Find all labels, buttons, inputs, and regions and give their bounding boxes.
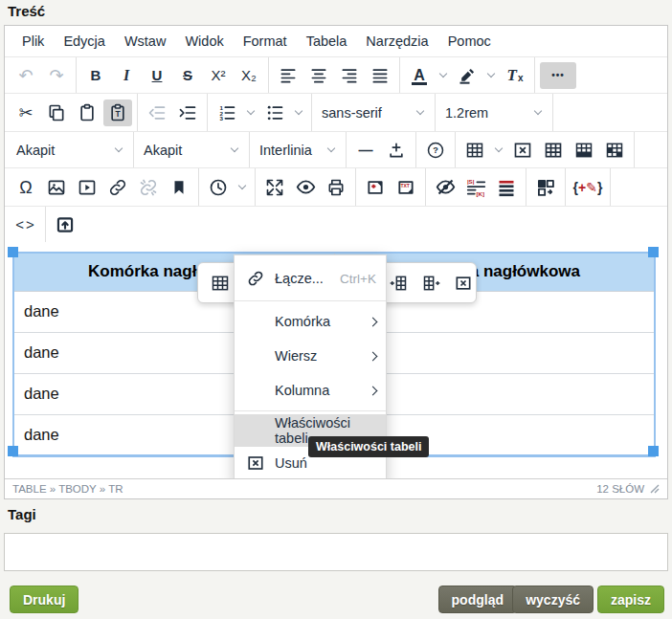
snippet-button[interactable]: {+✎} <box>571 174 605 201</box>
remove-link-button[interactable] <box>134 174 163 201</box>
cell-submenu-item[interactable]: Komórka <box>235 304 386 339</box>
menu-pomoc[interactable]: Pomoc <box>438 29 501 54</box>
menu-plik[interactable]: Plik <box>12 29 54 54</box>
menu-edycja[interactable]: Edycja <box>54 29 115 54</box>
italic-button[interactable]: I <box>112 62 141 89</box>
insert-datetime-button[interactable] <box>204 174 233 201</box>
clear-formatting-button[interactable]: Tx <box>501 62 529 89</box>
menu-narzedzia[interactable]: Narzędzia <box>356 29 437 54</box>
link-icon <box>244 267 267 290</box>
insert-link-button[interactable] <box>103 174 132 201</box>
text-color-button[interactable]: A <box>405 62 434 89</box>
highlight-color-button[interactable] <box>453 62 482 89</box>
chevron-down-icon <box>327 144 335 152</box>
insert-table-dropdown[interactable] <box>491 137 506 164</box>
more-toolbar-button[interactable]: ••• <box>540 62 576 89</box>
subscript-button[interactable]: X₂ <box>235 62 263 89</box>
link-menu-item[interactable]: Łącze... Ctrl+K <box>235 259 386 298</box>
line-height-select[interactable]: Interlinia <box>250 132 346 167</box>
table-menu-button[interactable] <box>206 270 235 297</box>
indent-button[interactable] <box>173 99 202 126</box>
fullscreen-button[interactable] <box>260 174 289 201</box>
copy-button[interactable] <box>42 99 71 126</box>
font-family-select[interactable]: sans-serif <box>312 94 435 131</box>
delete-column-button[interactable] <box>449 270 478 297</box>
cut-button[interactable]: ✂ <box>11 99 40 126</box>
font-family-value: sans-serif <box>322 105 382 121</box>
selection-handle-top-right[interactable] <box>648 247 659 257</box>
svg-text:T: T <box>115 109 120 119</box>
align-center-button[interactable] <box>304 62 333 89</box>
menu-format[interactable]: Format <box>234 29 297 54</box>
underline-button[interactable]: U <box>143 62 171 89</box>
template-plus-icon <box>366 178 385 197</box>
svg-text:|S|: |S| <box>466 178 474 185</box>
styled-lines-button[interactable] <box>492 174 521 201</box>
text-color-dropdown[interactable] <box>436 62 451 89</box>
import-content-button[interactable] <box>51 211 79 238</box>
selection-handle-bottom-left[interactable] <box>8 446 18 456</box>
insert-column-after-button[interactable] <box>417 270 446 297</box>
insert-template-button[interactable] <box>361 174 390 201</box>
delete-table-button[interactable] <box>508 137 537 164</box>
menu-tabela[interactable]: Tabela <box>297 29 357 54</box>
preview-button[interactable]: podgląd <box>438 586 517 613</box>
insert-image-button[interactable] <box>42 174 71 201</box>
paragraph-style-select[interactable]: Akapit <box>134 132 249 167</box>
column-submenu-item[interactable]: Kolumna <box>235 373 386 408</box>
selection-handle-bottom-right[interactable] <box>648 446 659 456</box>
preview-button-toolbar[interactable] <box>291 174 320 201</box>
align-justify-button[interactable] <box>366 62 394 89</box>
help-button[interactable]: ? <box>421 137 450 164</box>
txt-template-button[interactable]: TXT <box>392 174 420 201</box>
spoiler-block-button[interactable]: |S|[K] <box>461 174 490 201</box>
insert-datetime-dropdown[interactable] <box>235 174 250 201</box>
font-size-select[interactable]: 1.2rem <box>436 94 552 131</box>
block-format-select[interactable]: Akapit <box>7 132 133 167</box>
bullet-list-button[interactable] <box>260 99 289 126</box>
element-path-breadcrumb[interactable]: TABLE » TBODY » TR <box>12 483 123 495</box>
nonbreaking-space-button[interactable] <box>382 137 411 164</box>
highlighter-icon <box>458 66 477 85</box>
highlight-color-dropdown[interactable] <box>483 62 499 89</box>
editor-body[interactable]: Komórka nagłówkowa Komórka nagłówkowa da… <box>5 242 667 478</box>
numbered-list-button[interactable]: 123 <box>213 99 241 126</box>
paste-as-text-button[interactable]: T <box>103 99 132 126</box>
align-right-button[interactable] <box>335 62 364 89</box>
numbered-list-dropdown[interactable] <box>243 99 258 126</box>
horizontal-rule-button[interactable]: — <box>351 137 380 164</box>
selection-handle-top-left[interactable] <box>8 247 18 257</box>
resize-handle[interactable] <box>650 484 660 494</box>
tags-input[interactable] <box>4 533 668 571</box>
paste-button[interactable] <box>73 99 101 126</box>
source-code-button[interactable]: <> <box>11 211 40 238</box>
redo-button[interactable]: ↷ <box>42 62 71 89</box>
align-left-button[interactable] <box>274 62 302 89</box>
special-character-button[interactable]: Ω <box>11 174 40 201</box>
bullet-list-dropdown[interactable] <box>291 99 306 126</box>
widgets-button[interactable] <box>531 174 560 201</box>
cell-properties-button[interactable] <box>600 137 629 164</box>
strikethrough-button[interactable]: S <box>173 62 202 89</box>
insert-media-button[interactable] <box>73 174 101 201</box>
word-count: 12 SŁÓW <box>596 483 644 495</box>
anchor-button[interactable] <box>165 174 193 201</box>
save-button[interactable]: zapisz <box>597 586 664 613</box>
row-submenu-item[interactable]: Wiersz <box>235 339 386 373</box>
bold-button[interactable]: B <box>81 62 110 89</box>
superscript-icon: X² <box>212 68 226 82</box>
print-button-toolbar[interactable] <box>322 174 350 201</box>
row-properties-button[interactable] <box>570 137 598 164</box>
clear-button[interactable]: wyczyść <box>512 586 594 613</box>
box-arrow-up-icon <box>56 215 75 234</box>
insert-column-before-button[interactable] <box>384 270 413 297</box>
hide-block-button[interactable] <box>431 174 459 201</box>
table-properties-button[interactable] <box>539 137 568 164</box>
outdent-button[interactable] <box>143 99 171 126</box>
menu-wstaw[interactable]: Wstaw <box>115 29 176 54</box>
print-button[interactable]: Drukuj <box>10 586 78 613</box>
insert-table-button[interactable] <box>460 137 489 164</box>
menu-widok[interactable]: Widok <box>175 29 233 54</box>
undo-button[interactable]: ↶ <box>11 62 40 89</box>
superscript-button[interactable]: X² <box>204 62 233 89</box>
